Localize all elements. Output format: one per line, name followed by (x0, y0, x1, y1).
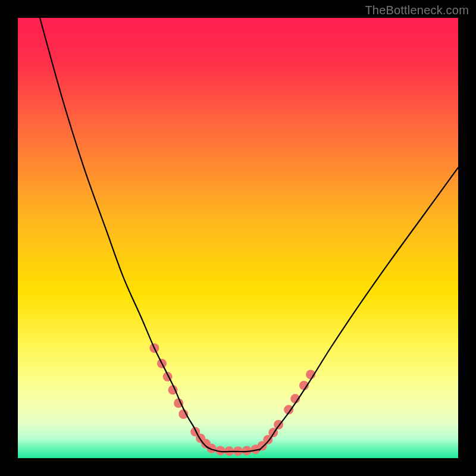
watermark-text: TheBottleneck.com (365, 4, 469, 17)
background-gradient (18, 18, 458, 458)
plot-area (18, 18, 458, 458)
